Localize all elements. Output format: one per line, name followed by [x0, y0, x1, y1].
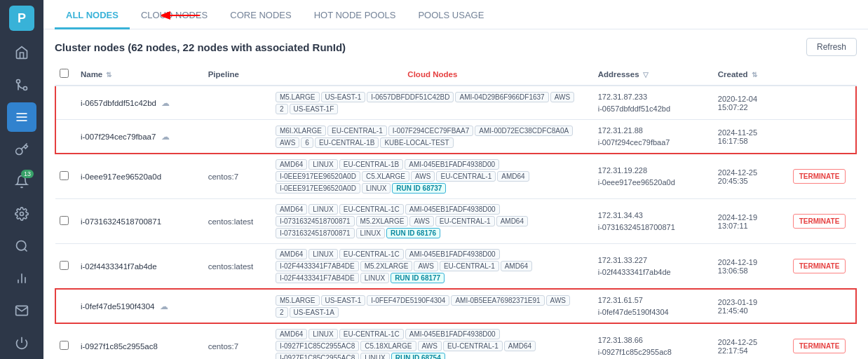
tab-pools-usage[interactable]: POOLS USAGE	[407, 0, 495, 29]
address-value: 172.31.61.57i-0fef47de5190f4304	[598, 294, 710, 318]
label-tag: RUN ID 68737	[392, 183, 446, 194]
node-name-cell: i-07316324518700871	[76, 199, 204, 244]
created-value: 2024-12-2522:17:54	[718, 338, 785, 355]
nodes-table: Name ⇅ Pipeline Cloud Nodes Addresses ▽ …	[55, 63, 857, 359]
name-sort-icon[interactable]: ⇅	[106, 71, 111, 79]
sidebar-item-chart[interactable]	[7, 264, 36, 293]
node-name: i-02f4433341f7ab4de	[81, 262, 157, 271]
table-row: i-0eee917ee96520a0dcentos:7AMD64LINUXEU-…	[55, 154, 856, 199]
terminate-button[interactable]: TERMINATE	[793, 214, 846, 229]
label-tag: AMD64	[276, 159, 307, 170]
label-tag: M6I.XLARGE	[276, 126, 326, 136]
label-tag: EU-CENTRAL-1C	[339, 204, 404, 215]
row-checkbox[interactable]	[60, 341, 69, 350]
address-cell: 172.31.38.66i-0927f1c85c2955ac8	[594, 323, 714, 359]
label-tag: AMD64	[504, 341, 536, 351]
node-name: i-0657dbfddf51c42bd	[81, 99, 156, 107]
row-checkbox[interactable]	[60, 171, 69, 180]
action-cell: TERMINATE	[789, 154, 856, 199]
address-cell: 172.31.19.228i-0eee917ee96520a0d	[594, 154, 714, 199]
label-tag: EU-CENTRAL-1	[443, 341, 503, 351]
label-tag: M5.LARGE	[276, 92, 320, 102]
label-tag: M5.LARGE	[276, 295, 320, 306]
created-cell: 2024-11-2516:17:58	[714, 120, 789, 154]
table-row: i-007f294cec79fbaa7 ☁M6I.XLARGEEU-CENTRA…	[55, 120, 856, 154]
label-tag: M5.2XLARGE	[356, 216, 409, 226]
row-checkbox[interactable]	[60, 216, 69, 225]
pipeline-cell: centos:7	[204, 154, 271, 199]
label-tag: AMI-045EB1FADF4938D00	[405, 329, 500, 339]
main-panel: ALL NODES CLOUD NODES CORE NODES HOT NOD…	[43, 0, 868, 359]
sidebar-item-key[interactable]	[7, 135, 36, 164]
terminate-button[interactable]: TERMINATE	[793, 339, 846, 353]
label-tag: EU-CENTRAL-1C	[339, 249, 404, 259]
label-tag: AWS	[409, 216, 433, 226]
label-tag: LINUX	[362, 183, 391, 194]
label-tag: AMD64	[496, 216, 528, 226]
sidebar-item-notification[interactable]: 13	[7, 167, 36, 196]
arrow-indicator	[161, 7, 203, 27]
created-sort-icon[interactable]: ⇅	[752, 71, 757, 79]
label-tag: I-07316324518700871	[276, 216, 355, 226]
tab-hot-node-pools[interactable]: HOT NODE POOLS	[303, 0, 407, 29]
label-tag: AMI-045EB1FADF4938D00	[405, 249, 500, 259]
sidebar-item-settings[interactable]	[7, 199, 36, 229]
row-checkbox[interactable]	[60, 261, 69, 270]
node-name-cell: i-0657dbfddf51c42bd ☁	[76, 86, 204, 120]
created-cell: 2024-12-2520:45:35	[714, 154, 789, 199]
terminate-button[interactable]: TERMINATE	[793, 169, 846, 184]
labels-cell: AMD64LINUXEU-CENTRAL-1BAMI-045EB1FADF493…	[271, 154, 594, 199]
label-tag: I-007F294CEC79FBAA7	[388, 126, 474, 136]
svg-line-7	[25, 249, 27, 252]
label-tag: AMI-04D29B6F966DF1637	[455, 92, 548, 102]
label-tag: RUN ID 68754	[391, 353, 445, 359]
label-tag: US-EAST-1A	[290, 307, 339, 318]
node-name: i-007f294cec79fbaa7	[81, 133, 156, 141]
sidebar-item-mail[interactable]	[7, 296, 36, 325]
label-tag: AMD64	[276, 204, 307, 215]
sidebar-item-search[interactable]	[7, 231, 36, 261]
label-tag: EU-CENTRAL-1	[436, 171, 496, 182]
refresh-button[interactable]: Refresh	[806, 38, 857, 56]
created-value: 2020-12-0415:07:22	[718, 95, 785, 111]
label-tag: RUN ID 68176	[386, 228, 440, 238]
label-tag: US-EAST-1	[321, 295, 366, 306]
label-tag: LINUX	[308, 329, 337, 339]
sidebar: P 13	[0, 0, 43, 359]
sidebar-logo[interactable]: P	[9, 6, 34, 31]
label-tag: AMI-00D72EC38CDFC8A0A	[475, 126, 573, 136]
pipeline-cell: centos:7	[204, 323, 271, 359]
col-header-action	[789, 63, 856, 86]
label-tag: AWS	[411, 171, 435, 182]
sidebar-item-branch[interactable]	[7, 70, 36, 100]
sidebar-item-home[interactable]	[7, 38, 36, 67]
label-tag: AWS	[414, 261, 438, 271]
label-tag: I-0EEE917EE96520A0D	[276, 183, 360, 194]
sidebar-item-list[interactable]	[7, 102, 36, 132]
tab-all-nodes[interactable]: ALL NODES	[55, 0, 130, 29]
labels-cell: M5.LARGEUS-EAST-1I-0657DBFDDF51C42BDAMI-…	[271, 86, 594, 120]
select-all-checkbox[interactable]	[60, 69, 69, 78]
labels-cell: AMD64LINUXEU-CENTRAL-1CAMI-045EB1FADF493…	[271, 199, 594, 244]
label-tag: EU-CENTRAL-1C	[339, 329, 404, 339]
action-cell: TERMINATE	[789, 323, 856, 359]
address-cell: 172.31.21.88i-007f294cec79fbaa7	[594, 120, 714, 154]
label-tag: LINUX	[308, 204, 337, 215]
address-cell: 172.31.33.227i-02f4433341f7ab4de	[594, 244, 714, 290]
address-value: 172.31.38.66i-0927f1c85c2955ac8	[598, 334, 710, 358]
label-tag: I-0657DBFDDF51C42BD	[367, 92, 454, 102]
tab-core-nodes[interactable]: CORE NODES	[219, 0, 302, 29]
label-tag: LINUX	[308, 249, 337, 259]
label-tag: I-0EEE917EE96520A0D	[276, 171, 360, 182]
node-name-cell: i-007f294cec79fbaa7 ☁	[76, 120, 204, 154]
terminate-button[interactable]: TERMINATE	[793, 259, 846, 273]
label-tag: 6	[301, 137, 313, 148]
cloud-icon: ☁	[160, 302, 168, 311]
created-value: 2024-12-1913:07:11	[718, 213, 785, 230]
addresses-filter-icon[interactable]: ▽	[643, 71, 649, 79]
label-tag: AWS	[276, 137, 299, 148]
created-value: 2024-12-1913:06:58	[718, 258, 785, 275]
label-tag: I-0927F1C85C2955AC8	[276, 341, 359, 351]
pipeline-cell: centos:latest	[204, 199, 271, 244]
sidebar-item-power[interactable]	[7, 328, 36, 358]
